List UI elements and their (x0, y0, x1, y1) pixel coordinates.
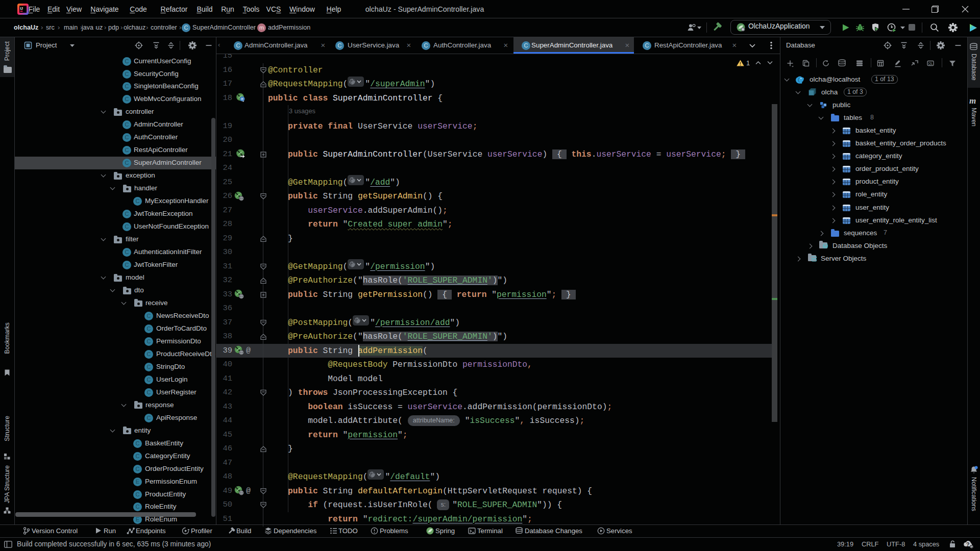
svg-text:IJ: IJ (20, 7, 23, 10)
svg-text:?: ? (966, 541, 970, 547)
svg-text:QL: QL (928, 62, 933, 66)
svg-text:e: e (241, 96, 243, 101)
